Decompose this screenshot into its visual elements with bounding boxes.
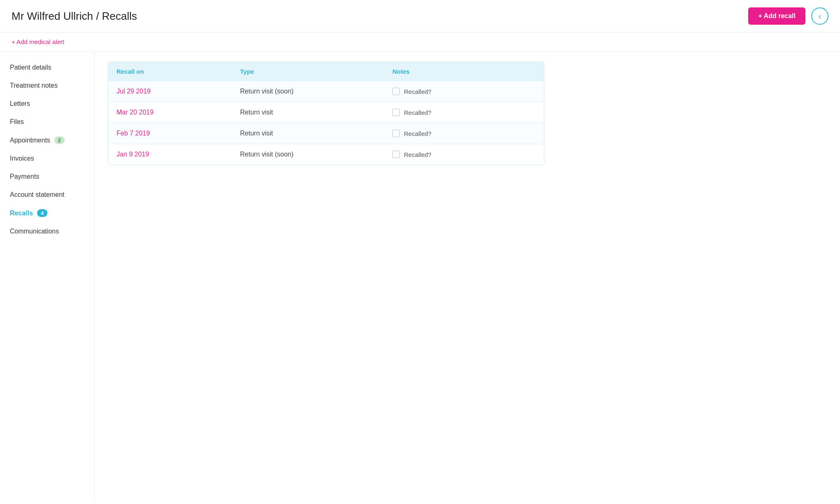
sidebar-item-recalls[interactable]: Recalls4 bbox=[0, 204, 94, 222]
patient-name: Mr Wilfred Ullrich bbox=[12, 10, 93, 22]
sidebar-item-label: Invoices bbox=[10, 155, 34, 162]
recalls-table: Recall on Type Notes Jul 29 2019Return v… bbox=[108, 62, 544, 165]
col-recall-on: Recall on bbox=[117, 68, 240, 75]
sidebar-item-treatment-notes[interactable]: Treatment notes bbox=[0, 77, 94, 95]
sidebar-item-label: Letters bbox=[10, 100, 30, 107]
page-title: Mr Wilfred Ullrich / Recalls bbox=[12, 10, 137, 23]
sidebar-item-label: Recalls bbox=[10, 210, 33, 217]
recall-notes-cell: Recalled? bbox=[392, 130, 536, 137]
table-header: Recall on Type Notes bbox=[108, 62, 544, 81]
sidebar-item-payments[interactable]: Payments bbox=[0, 168, 94, 186]
recall-notes-cell: Recalled? bbox=[392, 109, 536, 116]
recall-date: Jan 9 2019 bbox=[117, 151, 240, 158]
content-area: Patient detailsTreatment notesLettersFil… bbox=[0, 52, 840, 502]
sidebar-item-patient-details[interactable]: Patient details bbox=[0, 58, 94, 77]
recall-notes-cell: Recalled? bbox=[392, 151, 536, 158]
sidebar-item-label: Account statement bbox=[10, 191, 65, 198]
sidebar-item-invoices[interactable]: Invoices bbox=[0, 149, 94, 168]
recalled-checkbox[interactable] bbox=[392, 130, 400, 137]
sidebar-item-label: Communications bbox=[10, 228, 59, 235]
recalled-label: Recalled? bbox=[404, 109, 432, 116]
table-row: Jul 29 2019Return visit (soon)Recalled? bbox=[108, 81, 544, 102]
main-content: Recall on Type Notes Jul 29 2019Return v… bbox=[95, 52, 840, 502]
add-medical-alert-link[interactable]: + Add medical alert bbox=[12, 38, 64, 45]
sidebar-item-appointments[interactable]: Appointments2 bbox=[0, 131, 94, 149]
table-row: Feb 7 2019Return visitRecalled? bbox=[108, 123, 544, 144]
recall-type: Return visit (soon) bbox=[240, 151, 392, 158]
back-button[interactable]: ‹ bbox=[811, 7, 828, 25]
recall-type: Return visit (soon) bbox=[240, 88, 392, 95]
sidebar-item-label: Files bbox=[10, 118, 24, 126]
alert-bar: + Add medical alert bbox=[0, 33, 840, 52]
sidebar-item-communications[interactable]: Communications bbox=[0, 222, 94, 240]
sidebar-item-label: Patient details bbox=[10, 64, 51, 71]
table-row: Jan 9 2019Return visit (soon)Recalled? bbox=[108, 144, 544, 165]
col-type: Type bbox=[240, 68, 392, 75]
recalled-label: Recalled? bbox=[404, 151, 432, 158]
sidebar-item-label: Treatment notes bbox=[10, 82, 58, 89]
sidebar-item-label: Payments bbox=[10, 173, 39, 180]
sidebar: Patient detailsTreatment notesLettersFil… bbox=[0, 52, 95, 502]
sidebar-item-account-statement[interactable]: Account statement bbox=[0, 186, 94, 204]
add-recall-button[interactable]: + Add recall bbox=[748, 7, 805, 25]
sidebar-badge-appointments: 2 bbox=[54, 136, 65, 144]
sidebar-item-letters[interactable]: Letters bbox=[0, 95, 94, 113]
recalled-checkbox[interactable] bbox=[392, 88, 400, 95]
col-notes: Notes bbox=[392, 68, 536, 75]
recall-type: Return visit bbox=[240, 130, 392, 137]
recall-date: Mar 20 2019 bbox=[117, 109, 240, 116]
sidebar-item-files[interactable]: Files bbox=[0, 113, 94, 131]
recalled-label: Recalled? bbox=[404, 88, 432, 95]
recall-type: Return visit bbox=[240, 109, 392, 116]
recall-notes-cell: Recalled? bbox=[392, 88, 536, 95]
table-row: Mar 20 2019Return visitRecalled? bbox=[108, 102, 544, 123]
sidebar-badge-recalls: 4 bbox=[37, 209, 47, 217]
recalled-label: Recalled? bbox=[404, 130, 432, 137]
title-separator: / bbox=[96, 10, 102, 22]
back-icon: ‹ bbox=[819, 12, 821, 21]
recall-date: Feb 7 2019 bbox=[117, 130, 240, 137]
page-header: Mr Wilfred Ullrich / Recalls + Add recal… bbox=[0, 0, 840, 33]
header-actions: + Add recall ‹ bbox=[748, 7, 828, 25]
sidebar-item-label: Appointments bbox=[10, 137, 50, 144]
recall-date: Jul 29 2019 bbox=[117, 88, 240, 95]
section-name: Recalls bbox=[102, 10, 137, 22]
recalled-checkbox[interactable] bbox=[392, 109, 400, 116]
recalled-checkbox[interactable] bbox=[392, 151, 400, 158]
